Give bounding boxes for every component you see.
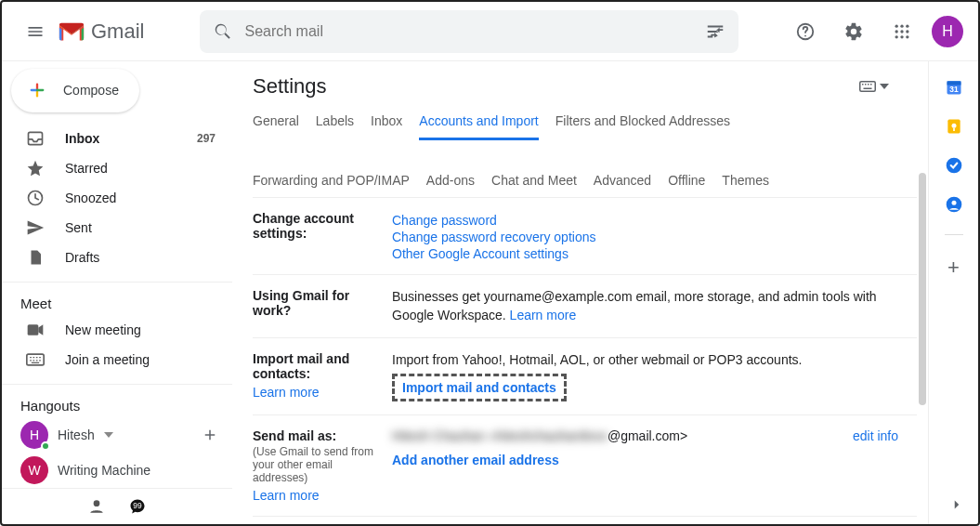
- tab-add-ons[interactable]: Add-ons: [426, 173, 475, 197]
- meet-label: New meeting: [65, 322, 141, 337]
- svg-point-1: [804, 34, 806, 36]
- contact-name: Hitesh: [58, 427, 95, 442]
- tab-themes[interactable]: Themes: [722, 173, 769, 197]
- import-action-highlight: Import mail and contacts: [392, 374, 567, 401]
- meet-section-title: Meet: [2, 290, 232, 315]
- main-menu-button[interactable]: [17, 13, 54, 50]
- contacts-icon[interactable]: [945, 195, 963, 214]
- change-password-link[interactable]: Change password: [392, 213, 917, 228]
- nav-label: Snoozed: [65, 191, 116, 205]
- settings-button[interactable]: [835, 13, 872, 50]
- tab-labels[interactable]: Labels: [316, 113, 354, 139]
- edit-info-link[interactable]: edit info: [853, 428, 898, 443]
- svg-point-9: [900, 35, 903, 38]
- account-avatar[interactable]: H: [932, 16, 963, 47]
- nav-item-snoozed[interactable]: Snoozed: [2, 183, 232, 213]
- gmail-logo[interactable]: Gmail: [58, 20, 144, 44]
- clock-icon: [26, 189, 45, 207]
- calendar-icon[interactable]: 31: [945, 78, 963, 97]
- contact-name: Writing Machine: [58, 463, 150, 478]
- tab-offline[interactable]: Offline: [668, 173, 705, 197]
- nav-label: Sent: [65, 220, 92, 235]
- svg-point-6: [900, 30, 903, 33]
- tab-chat-and-meet[interactable]: Chat and Meet: [491, 173, 577, 197]
- add-another-email-link[interactable]: Add another email address: [392, 453, 559, 467]
- other-google-settings-link[interactable]: Other Google Account settings: [392, 246, 917, 261]
- svg-point-27: [951, 124, 956, 128]
- compose-label: Compose: [63, 83, 119, 98]
- side-panel-toggle[interactable]: [948, 496, 965, 517]
- addons-plus-button[interactable]: +: [947, 256, 960, 280]
- nav-item-drafts[interactable]: Drafts: [2, 243, 232, 272]
- send-as-learn-more-link[interactable]: Learn more: [253, 488, 383, 503]
- import-mail-desc: Import from Yahoo!, Hotmail, AOL, or oth…: [392, 351, 917, 370]
- nav-label: Drafts: [65, 250, 99, 265]
- nav-label: Inbox: [65, 131, 99, 146]
- page-title: Settings: [253, 74, 327, 99]
- import-mail-contacts-link[interactable]: Import mail and contacts: [402, 380, 556, 395]
- scrollbar[interactable]: [919, 173, 926, 405]
- svg-rect-14: [27, 354, 44, 365]
- workspace-learn-more-link[interactable]: Learn more: [510, 308, 577, 322]
- svg-point-5: [895, 30, 898, 33]
- tab-advanced[interactable]: Advanced: [594, 173, 651, 197]
- star-icon: [26, 159, 45, 178]
- contact-avatar: W: [20, 456, 48, 484]
- svg-rect-19: [865, 84, 867, 85]
- chevron-down-icon: [104, 432, 113, 438]
- svg-text:31: 31: [949, 85, 959, 94]
- send-as-blurred-name: Hitesh Chauhan «hiteshchauhan8xxx: [392, 428, 608, 443]
- change-recovery-link[interactable]: Change password recovery options: [392, 230, 917, 244]
- import-learn-more-link[interactable]: Learn more: [253, 385, 383, 400]
- nav-count: 297: [197, 132, 216, 145]
- apps-button[interactable]: [883, 13, 921, 50]
- nav-item-sent[interactable]: Sent: [2, 213, 232, 243]
- meet-item-new-meeting[interactable]: New meeting: [2, 315, 232, 345]
- input-tools-button[interactable]: [859, 81, 889, 92]
- tab-filters-and-blocked-addresses[interactable]: Filters and Blocked Addresses: [555, 113, 730, 139]
- tab-general[interactable]: General: [253, 113, 299, 139]
- hangout-contact[interactable]: WWriting Machine: [2, 453, 232, 488]
- file-icon: [26, 248, 45, 267]
- hangouts-person-tab[interactable]: [85, 495, 108, 518]
- change-account-label: Change account settings:: [253, 211, 392, 261]
- tab-accounts-and-import[interactable]: Accounts and Import: [419, 113, 538, 140]
- compose-button[interactable]: Compose: [11, 69, 139, 112]
- video-icon: [26, 322, 45, 337]
- svg-point-15: [94, 500, 100, 506]
- meet-label: Join a meeting: [65, 352, 150, 367]
- support-button[interactable]: [787, 13, 824, 50]
- search-box[interactable]: [200, 10, 738, 53]
- contact-avatar: H: [20, 421, 48, 449]
- hangouts-chat-tab[interactable]: 99: [126, 495, 149, 518]
- svg-rect-28: [953, 128, 955, 131]
- search-options-icon[interactable]: [705, 21, 725, 42]
- meet-item-join-a-meeting[interactable]: Join a meeting: [2, 345, 232, 375]
- hangout-contact[interactable]: HHitesh: [2, 417, 232, 453]
- svg-point-10: [906, 35, 908, 38]
- search-input[interactable]: [244, 23, 705, 40]
- svg-rect-13: [28, 324, 39, 335]
- svg-point-4: [906, 24, 908, 27]
- svg-rect-17: [860, 82, 876, 92]
- svg-point-3: [900, 24, 903, 27]
- hangouts-section-title: Hangouts: [2, 392, 232, 417]
- svg-rect-21: [870, 84, 872, 85]
- tasks-icon[interactable]: [945, 156, 963, 175]
- svg-rect-20: [868, 84, 869, 85]
- keep-icon[interactable]: [945, 117, 963, 136]
- svg-point-7: [906, 30, 908, 33]
- tab-forwarding-and-pop-imap[interactable]: Forwarding and POP/IMAP: [253, 173, 410, 197]
- nav-item-starred[interactable]: Starred: [2, 153, 232, 183]
- send-mail-as-label: Send mail as:: [253, 428, 336, 443]
- tab-inbox[interactable]: Inbox: [371, 113, 402, 139]
- send-as-email-suffix: @gmail.com>: [608, 428, 687, 443]
- svg-point-8: [895, 35, 898, 38]
- svg-rect-22: [864, 88, 872, 90]
- import-mail-label: Import mail and contacts:: [253, 351, 349, 381]
- using-work-label: Using Gmail for work?: [253, 288, 392, 324]
- keyboard-icon: [26, 353, 45, 366]
- search-icon: [213, 21, 233, 42]
- nav-item-inbox[interactable]: Inbox297: [2, 124, 232, 153]
- add-contact-button[interactable]: [199, 424, 221, 446]
